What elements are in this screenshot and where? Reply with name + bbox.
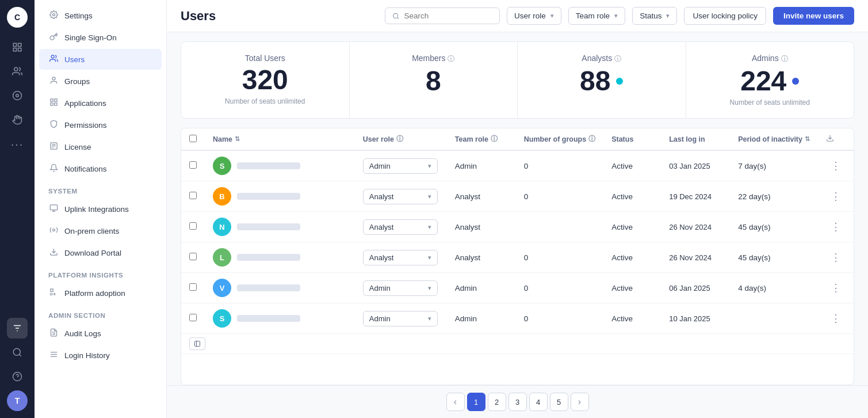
active-filter-icon[interactable] [7, 318, 28, 339]
header: Users User role ▾ Team role ▾ Status ▾ U… [167, 0, 868, 32]
app-logo[interactable]: C [7, 7, 28, 28]
chevron-down-icon: ▾ [428, 284, 431, 292]
adoption-label: Platform adoption [64, 289, 125, 298]
lastlogin-cell: 06 Jan 2025 [661, 273, 730, 303]
page-2-button[interactable]: 2 [488, 393, 506, 411]
table-row: N Analyst ▾ Analyst Active 26 Nov 2024 4… [181, 212, 854, 242]
select-all-checkbox[interactable] [189, 135, 197, 142]
sidebar-item-groups[interactable]: Groups [39, 71, 162, 92]
home-icon[interactable] [7, 37, 28, 58]
search-icon [392, 12, 399, 20]
sidebar-item-license[interactable]: License [39, 136, 162, 157]
page-1-button[interactable]: 1 [467, 393, 485, 411]
download-all-icon[interactable] [826, 135, 834, 144]
name-sort-icon[interactable]: ⇅ [235, 135, 240, 143]
team-role-dropdown[interactable]: Team role ▾ [568, 7, 625, 25]
svg-point-10 [13, 348, 20, 355]
row-more-button[interactable]: ⋮ [826, 158, 846, 174]
search-nav-icon[interactable] [7, 342, 28, 363]
info-icon[interactable]: ⓘ [781, 55, 788, 63]
sidebar-item-applications[interactable]: Applications [39, 93, 162, 113]
prev-page-button[interactable]: ‹ [446, 393, 465, 411]
inactivity-cell: 45 day(s) [730, 242, 818, 273]
sidebar-item-settings[interactable]: Settings [39, 5, 162, 26]
admins-label: Admins ⓘ [752, 54, 788, 64]
user-role-dropdown[interactable]: User role ▾ [507, 7, 561, 25]
team-role-info-icon[interactable]: ⓘ [491, 134, 498, 144]
groups-label: Groups [64, 77, 90, 86]
inactivity-sort-icon[interactable]: ⇅ [805, 135, 810, 143]
search-input[interactable] [404, 12, 492, 20]
sidebar-item-download[interactable]: Download Portal [39, 242, 162, 263]
total-users-label: Total Users [245, 54, 285, 63]
user-role-select[interactable]: Admin ▾ [363, 311, 438, 326]
row-checkbox[interactable] [189, 283, 197, 291]
user-role-select[interactable]: Admin ▾ [363, 280, 438, 296]
sidebar-item-onprem[interactable]: On-prem clients [39, 221, 162, 241]
groups-info-icon[interactable]: ⓘ [588, 134, 595, 144]
chevron-down-icon: ▾ [428, 193, 431, 200]
user-role-info-icon[interactable]: ⓘ [396, 134, 403, 144]
sidebar-item-login-history[interactable]: Login History [39, 345, 162, 366]
row-more-button[interactable]: ⋮ [826, 249, 846, 265]
sidebar-item-notifications[interactable]: Notifications [39, 158, 162, 179]
row-more-button[interactable]: ⋮ [826, 188, 846, 204]
team-role-col-header: Team role [455, 135, 488, 143]
download-label: Download Portal [64, 249, 121, 257]
sidebar-item-sso[interactable]: Single Sign-On [39, 27, 162, 48]
user-role-select[interactable]: Analyst ▾ [363, 219, 438, 235]
next-page-button[interactable]: › [571, 393, 589, 411]
total-users-card: Total Users 320 Number of seats unlimite… [181, 42, 350, 118]
sidebar-item-audit[interactable]: Audit Logs [39, 323, 162, 344]
lastlogin-cell: 26 Nov 2024 [661, 242, 730, 273]
row-checkbox[interactable] [189, 314, 197, 321]
svg-line-11 [19, 354, 21, 356]
row-checkbox[interactable] [189, 161, 197, 169]
inactivity-cell [730, 303, 818, 334]
user-role-select[interactable]: Analyst ▾ [363, 189, 438, 204]
settings-icon [48, 10, 59, 21]
svg-rect-18 [54, 99, 56, 101]
team-role-cell: Analyst [447, 212, 516, 242]
team-role-cell: Analyst [447, 242, 516, 273]
user-role-select[interactable]: Analyst ▾ [363, 250, 438, 265]
svg-point-28 [52, 229, 55, 231]
panel-toggle-button[interactable] [189, 337, 205, 350]
name-col-header: Name [213, 135, 232, 143]
row-checkbox[interactable] [189, 192, 197, 199]
row-more-button[interactable]: ⋮ [826, 310, 846, 326]
chevron-down-icon: ▾ [550, 12, 554, 20]
row-more-button[interactable]: ⋮ [826, 280, 846, 296]
page-3-button[interactable]: 3 [508, 393, 527, 411]
user-avatar-bottom[interactable]: T [7, 390, 28, 411]
row-checkbox[interactable] [189, 222, 197, 230]
members-value: 8 [426, 67, 441, 95]
grid-nav-icon[interactable] [7, 85, 28, 106]
team-role-cell: Analyst [447, 181, 516, 212]
more-nav-icon[interactable]: ··· [7, 134, 28, 154]
user-locking-button[interactable]: User locking policy [684, 7, 766, 25]
row-checkbox[interactable] [189, 253, 197, 260]
sidebar-item-permissions[interactable]: Permissions [39, 115, 162, 135]
user-role-select[interactable]: Admin ▾ [363, 158, 438, 174]
status-col-header: Status [611, 135, 633, 143]
chevron-down-icon: ▾ [428, 254, 431, 261]
page-5-button[interactable]: 5 [550, 393, 568, 411]
sidebar-item-users[interactable]: Users [39, 49, 162, 70]
notifications-icon [48, 164, 59, 174]
invite-new-users-button[interactable]: Invite new users [773, 7, 854, 25]
search-box[interactable] [385, 7, 500, 24]
sidebar-item-adoption[interactable]: Platform adoption [39, 283, 162, 303]
help-nav-icon[interactable] [7, 366, 28, 387]
sidebar-item-uplink[interactable]: Uplink Integrations [39, 199, 162, 219]
info-icon[interactable]: ⓘ [448, 55, 454, 63]
sso-label: Single Sign-On [64, 33, 117, 42]
status-dropdown[interactable]: Status ▾ [632, 7, 677, 25]
page-4-button[interactable]: 4 [529, 393, 548, 411]
users-nav-icon[interactable] [7, 61, 28, 82]
svg-point-15 [51, 55, 54, 58]
hand-nav-icon[interactable] [7, 109, 28, 130]
status-cell: Active [603, 273, 661, 303]
info-icon[interactable]: ⓘ [614, 55, 621, 63]
row-more-button[interactable]: ⋮ [826, 219, 846, 235]
